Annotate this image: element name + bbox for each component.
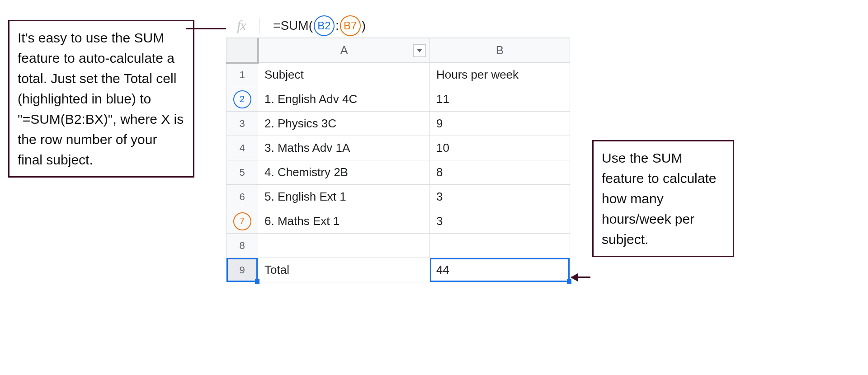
- cell-a[interactable]: 5. English Ext 1: [258, 185, 430, 209]
- row-number-circle-icon: 2: [233, 90, 251, 108]
- row-number-label: 9: [239, 264, 245, 276]
- row-header[interactable]: 9: [226, 258, 258, 282]
- column-header-row: A B: [226, 38, 570, 63]
- arrow-right-to-total: [571, 277, 590, 278]
- annotation-right-box: Use the SUM feature to calculate how man…: [592, 140, 734, 257]
- cell-b[interactable]: [430, 234, 570, 258]
- fx-icon: fx: [237, 17, 245, 34]
- column-header-b[interactable]: B: [430, 38, 570, 63]
- table-row: 65. English Ext 13: [226, 185, 570, 209]
- cell-b[interactable]: 11: [430, 87, 570, 112]
- cell-b[interactable]: Hours per week: [430, 63, 570, 87]
- table-row: 8: [226, 234, 570, 258]
- select-all-corner[interactable]: [226, 38, 258, 63]
- column-header-a-label: A: [340, 43, 348, 57]
- cell-b[interactable]: 3: [430, 185, 570, 209]
- annotation-left-text: It's easy to use the SUM feature to auto…: [18, 30, 184, 167]
- row-header[interactable]: 6: [226, 185, 258, 209]
- cell-b[interactable]: 8: [430, 160, 570, 185]
- column-header-b-label: B: [496, 43, 504, 57]
- row-number-label: 4: [239, 142, 245, 154]
- annotation-left-box: It's easy to use the SUM feature to auto…: [8, 20, 194, 178]
- cell-b[interactable]: 10: [430, 136, 570, 160]
- cell-a[interactable]: 2. Physics 3C: [258, 112, 430, 136]
- table-row: 1SubjectHours per week: [226, 63, 570, 87]
- formula-bar[interactable]: fx =SUM( B2 : B7 ): [226, 14, 570, 38]
- row-header[interactable]: 1: [226, 63, 258, 87]
- row-number-label: 6: [239, 191, 245, 202]
- spreadsheet-grid[interactable]: A B 1SubjectHours per week21. English Ad…: [226, 38, 570, 282]
- row-header[interactable]: 2: [226, 87, 258, 112]
- table-row: 32. Physics 3C9: [226, 112, 570, 136]
- row-number-label: 8: [239, 240, 245, 251]
- table-row: 21. English Adv 4C11: [226, 87, 570, 112]
- table-row: 43. Maths Adv 1A10: [226, 136, 570, 160]
- spreadsheet-frame: fx =SUM( B2 : B7 ) A: [226, 14, 570, 282]
- cell-a[interactable]: 4. Chemistry 2B: [258, 160, 430, 185]
- cell-b[interactable]: 44: [430, 258, 570, 282]
- row-header[interactable]: 4: [226, 136, 258, 160]
- table-row: 76. Maths Ext 13: [226, 209, 570, 234]
- row-header[interactable]: 5: [226, 160, 258, 185]
- formula-ref-b2: B2: [314, 15, 335, 36]
- figure-stage: It's easy to use the SUM feature to auto…: [0, 0, 868, 375]
- cell-a[interactable]: Total: [258, 258, 430, 282]
- formula-content[interactable]: =SUM( B2 : B7 ): [273, 15, 366, 36]
- formula-suffix: ): [362, 19, 366, 33]
- table-row: 9Total44: [226, 258, 570, 282]
- column-header-a[interactable]: A: [258, 38, 430, 63]
- column-a-dropdown-icon[interactable]: [413, 44, 426, 57]
- cell-a[interactable]: 3. Maths Adv 1A: [258, 136, 430, 160]
- cell-a[interactable]: 1. English Adv 4C: [258, 87, 430, 112]
- row-header[interactable]: 3: [226, 112, 258, 136]
- formula-bar-divider: [259, 18, 259, 33]
- table-row: 54. Chemistry 2B8: [226, 160, 570, 185]
- cell-a[interactable]: 6. Maths Ext 1: [258, 209, 430, 234]
- row-number-circle-icon: 7: [233, 212, 251, 230]
- row-header[interactable]: 7: [226, 209, 258, 234]
- cell-a[interactable]: Subject: [258, 63, 430, 87]
- formula-prefix: =SUM(: [273, 19, 313, 33]
- formula-colon: :: [335, 19, 339, 33]
- cell-b[interactable]: 3: [430, 209, 570, 234]
- row-number-label: 5: [239, 167, 245, 178]
- formula-ref-b7: B7: [340, 15, 361, 36]
- annotation-right-text: Use the SUM feature to calculate how man…: [602, 150, 717, 247]
- row-number-label: 1: [239, 69, 245, 80]
- row-number-label: 3: [239, 118, 245, 129]
- cell-a[interactable]: [258, 234, 430, 258]
- row-header[interactable]: 8: [226, 234, 258, 258]
- cell-b[interactable]: 9: [430, 112, 570, 136]
